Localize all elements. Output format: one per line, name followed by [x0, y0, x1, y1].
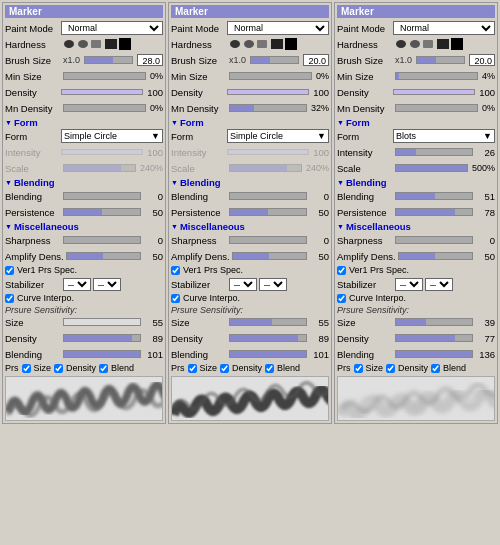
prs-blend-check-1[interactable] [99, 364, 108, 373]
paint-mode-label-2: Paint Mode [171, 23, 227, 34]
sharpness-label-1: Sharpness [5, 235, 61, 246]
blending-label-1: Blending [5, 191, 61, 202]
persistence-slider-3[interactable] [395, 208, 473, 216]
min-size-slider-2[interactable] [229, 72, 312, 80]
hardness-icons-1 [61, 38, 131, 50]
svg-point-17 [461, 394, 475, 404]
amplify-slider-2[interactable] [232, 252, 307, 260]
form-select-1[interactable]: Simple Circle ▼ [61, 129, 163, 143]
prs-size-check-3[interactable] [354, 364, 363, 373]
sharpness-slider-2[interactable] [229, 236, 307, 244]
paint-mode-select-1[interactable]: Normal [61, 21, 163, 35]
prs-density-check-1[interactable] [54, 364, 63, 373]
svg-point-6 [244, 40, 254, 48]
brush-x-label-2: x1.0 [229, 55, 246, 65]
stabilizer-select2-2[interactable]: — [259, 278, 287, 291]
stabilizer-select2-3[interactable]: — [425, 278, 453, 291]
prs-density-check-3[interactable] [386, 364, 395, 373]
min-size-slider-1[interactable] [63, 72, 146, 80]
density-slider-1[interactable] [61, 89, 143, 95]
hardness-icons-2 [227, 38, 297, 50]
form-select-2[interactable]: Simple Circle ▼ [227, 129, 329, 143]
prs-density-slider-1[interactable] [63, 334, 141, 342]
prs-blending-label-1: Blending [5, 349, 61, 360]
hardness-row-3: Hardness [337, 37, 495, 51]
blending-value-2: 0 [309, 191, 329, 202]
brush-size-row-2: Brush Size x1.0 20.0 [171, 53, 329, 67]
prs-blend-check-2[interactable] [265, 364, 274, 373]
density-slider-3[interactable] [393, 89, 475, 95]
prs-size-check-1[interactable] [22, 364, 31, 373]
curve-checkbox-1[interactable] [5, 294, 14, 303]
stabilizer-select-2[interactable]: — [229, 278, 257, 291]
scale-label-2: Scale [171, 163, 227, 174]
panels-container: Marker Paint Mode Normal Hardness Brush … [0, 0, 500, 426]
mn-density-slider-2[interactable] [229, 104, 307, 112]
paint-mode-select-3[interactable]: Normal [393, 21, 495, 35]
amplify-slider-1[interactable] [66, 252, 141, 260]
blending-slider-2[interactable] [229, 192, 307, 200]
paint-mode-select-2[interactable]: Normal [227, 21, 329, 35]
sharpness-slider-3[interactable] [395, 236, 473, 244]
prs-blending-row-2: Blending 101 [171, 347, 329, 361]
blending-section-2: Blending [171, 177, 329, 188]
prs-density-label-3: Density [337, 333, 393, 344]
hardness-label-1: Hardness [5, 39, 61, 50]
scale-label-3: Scale [337, 163, 393, 174]
form-row-3: Form Blots ▼ [337, 129, 495, 143]
ver1-checkbox-1[interactable] [5, 266, 14, 275]
blending-slider-3[interactable] [395, 192, 473, 200]
persistence-row-1: Persistence 50 [5, 205, 163, 219]
prs-size-slider-1[interactable] [63, 318, 141, 326]
amplify-label-1: Amplify Dens. [5, 251, 64, 262]
brush-size-slider-3[interactable] [416, 56, 465, 64]
curve-checkbox-2[interactable] [171, 294, 180, 303]
prs-size-slider-3[interactable] [395, 318, 473, 326]
ver1-checkbox-2[interactable] [171, 266, 180, 275]
misc-section-1: Miscellaneous [5, 221, 163, 232]
prs-blending-slider-2[interactable] [229, 350, 307, 358]
mn-density-row-1: Mn Density 0% [5, 101, 163, 115]
paint-mode-label-1: Paint Mode [5, 23, 61, 34]
brush-size-slider-1[interactable] [84, 56, 133, 64]
form-select-3[interactable]: Blots ▼ [393, 129, 495, 143]
sharpness-value-1: 0 [143, 235, 163, 246]
stabilizer-select-1[interactable]: — [63, 278, 91, 291]
blending-slider-1[interactable] [63, 192, 141, 200]
min-size-slider-3[interactable] [395, 72, 478, 80]
prs-blending-row-3: Blending 136 [337, 347, 495, 361]
intensity-slider-3[interactable] [395, 148, 473, 156]
ver1-checkbox-3[interactable] [337, 266, 346, 275]
scale-row-1: Scale 240% [5, 161, 163, 175]
persistence-slider-1[interactable] [63, 208, 141, 216]
prs-density-slider-2[interactable] [229, 334, 307, 342]
preview-svg-2 [172, 377, 328, 421]
sharpness-row-1: Sharpness 0 [5, 233, 163, 247]
mn-density-slider-3[interactable] [395, 104, 478, 112]
form-label-1: Form [5, 131, 61, 142]
preview-svg-3 [338, 377, 494, 421]
prs-blending-slider-1[interactable] [63, 350, 141, 358]
scale-slider-3[interactable] [395, 164, 468, 172]
prs-size-slider-2[interactable] [229, 318, 307, 326]
prs-blend-check-3[interactable] [431, 364, 440, 373]
prs-blending-row-1: Blending 101 [5, 347, 163, 361]
prs-density-label-check-3: Density [398, 363, 428, 373]
amplify-slider-3[interactable] [398, 252, 473, 260]
prs-density-slider-3[interactable] [395, 334, 473, 342]
paint-mode-row-2: Paint Mode Normal [171, 21, 329, 35]
intensity-label-1: Intensity [5, 147, 61, 158]
prs-blending-slider-3[interactable] [395, 350, 473, 358]
mn-density-label-3: Mn Density [337, 103, 393, 114]
brush-size-slider-2[interactable] [250, 56, 299, 64]
stabilizer-select2-1[interactable]: — [93, 278, 121, 291]
prs-size-label-2: Size [171, 317, 227, 328]
curve-checkbox-3[interactable] [337, 294, 346, 303]
mn-density-slider-1[interactable] [63, 104, 146, 112]
density-slider-2[interactable] [227, 89, 309, 95]
prs-density-check-2[interactable] [220, 364, 229, 373]
stabilizer-select-3[interactable]: — [395, 278, 423, 291]
prs-size-check-2[interactable] [188, 364, 197, 373]
sharpness-slider-1[interactable] [63, 236, 141, 244]
persistence-slider-2[interactable] [229, 208, 307, 216]
